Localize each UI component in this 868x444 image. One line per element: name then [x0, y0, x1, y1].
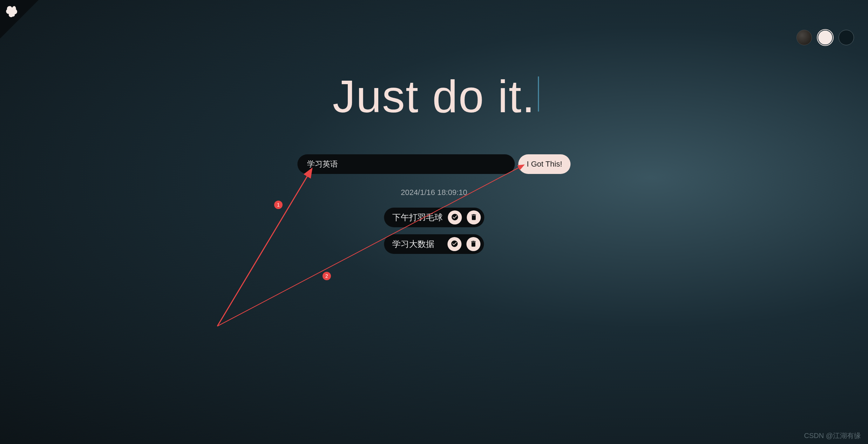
complete-button[interactable]	[447, 237, 461, 251]
trash-icon	[470, 213, 477, 222]
task-list: 下午打羽毛球 学习大数据	[384, 208, 484, 254]
page-title: Just do it.	[333, 70, 535, 123]
theme-swatch-dark-teal[interactable]	[839, 30, 854, 45]
task-input-row: I Got This!	[297, 154, 570, 174]
theme-switcher	[796, 30, 854, 45]
task-item: 下午打羽毛球	[384, 208, 484, 227]
delete-button[interactable]	[466, 237, 480, 251]
submit-button[interactable]: I Got This!	[518, 154, 570, 174]
theme-swatch-light[interactable]	[818, 30, 833, 45]
task-text: 下午打羽毛球	[392, 212, 443, 223]
app-logo-icon[interactable]	[5, 5, 19, 19]
complete-button[interactable]	[448, 210, 462, 224]
watermark: CSDN @江湖有缘	[804, 431, 861, 440]
task-input[interactable]	[297, 154, 515, 174]
timestamp: 2024/1/16 18:09:10	[401, 188, 467, 197]
annotation-badge-1: 1	[274, 201, 283, 209]
trash-icon	[469, 240, 477, 249]
task-item: 学习大数据	[384, 234, 484, 254]
check-icon	[451, 213, 459, 222]
task-text: 学习大数据	[392, 238, 442, 250]
main-content: Just do it. I Got This! 2024/1/16 18:09:…	[297, 70, 570, 254]
annotation-badge-2: 2	[323, 272, 331, 280]
delete-button[interactable]	[467, 210, 481, 224]
theme-swatch-dark-warm[interactable]	[796, 30, 812, 45]
check-icon	[450, 240, 458, 249]
